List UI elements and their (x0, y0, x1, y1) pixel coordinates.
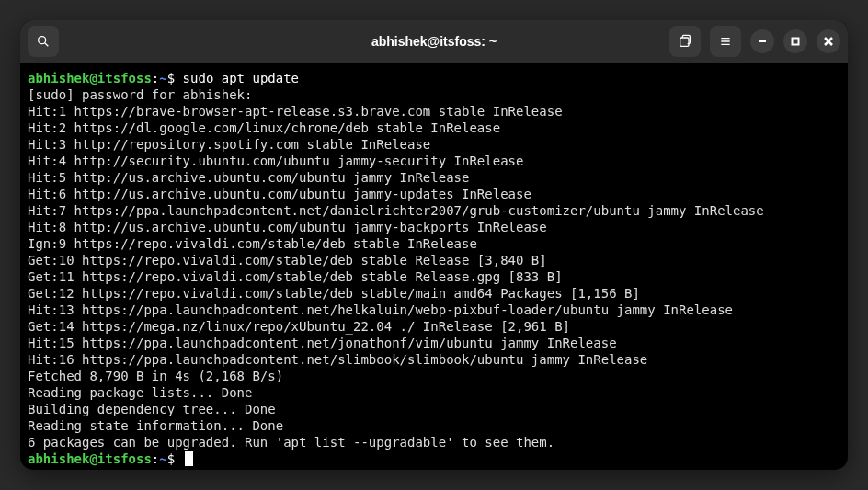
prompt-dollar: $ (167, 451, 175, 466)
output-line: Ign:9 https://repo.vivaldi.com/stable/de… (28, 235, 840, 252)
prompt-line-2: abhishek@itsfoss:~$ (28, 450, 840, 467)
maximize-button[interactable] (783, 29, 807, 53)
output-line: Hit:2 https://dl.google.com/linux/chrome… (28, 120, 840, 136)
prompt-line: abhishek@itsfoss:~$ sudo apt update (28, 70, 840, 86)
output-line: Hit:5 http://us.archive.ubuntu.com/ubunt… (28, 169, 840, 186)
prompt-user-host: abhishek@itsfoss (28, 71, 152, 85)
output-line: Hit:16 https://ppa.launchpadcontent.net/… (28, 351, 840, 368)
output-line: Hit:7 https://ppa.launchpadcontent.net/d… (28, 202, 840, 219)
prompt-user-host: abhishek@itsfoss (28, 451, 152, 466)
window-controls (669, 26, 840, 57)
command-text: sudo apt update (183, 71, 299, 85)
output-line: Hit:8 http://us.archive.ubuntu.com/ubunt… (28, 219, 840, 235)
output-line: Get:12 https://repo.vivaldi.com/stable/d… (28, 285, 840, 302)
minimize-button[interactable] (750, 29, 774, 53)
svg-rect-7 (793, 39, 799, 45)
menu-button[interactable] (710, 26, 741, 57)
output-line: [sudo] password for abhishek: (28, 86, 840, 103)
output-line: Get:14 https://mega.nz/linux/repo/xUbunt… (28, 318, 840, 335)
svg-rect-2 (680, 38, 689, 46)
output-line: 6 packages can be upgraded. Run 'apt lis… (28, 434, 840, 450)
svg-line-1 (45, 43, 49, 47)
output-line: Reading package lists... Done (28, 384, 840, 401)
output-line: Get:10 https://repo.vivaldi.com/stable/d… (28, 252, 840, 268)
output-line: Hit:6 http://us.archive.ubuntu.com/ubunt… (28, 186, 840, 202)
prompt-path: ~ (159, 451, 166, 466)
output-line: Hit:15 https://ppa.launchpadcontent.net/… (28, 335, 840, 351)
new-tab-button[interactable] (669, 26, 701, 57)
output-line: Hit:4 http://security.ubuntu.com/ubuntu … (28, 153, 840, 169)
search-button[interactable] (28, 26, 59, 57)
cursor (185, 451, 193, 466)
output-line: Fetched 8,790 B in 4s (2,168 B/s) (28, 368, 840, 384)
prompt-dollar: $ (167, 71, 175, 85)
svg-point-0 (39, 37, 46, 44)
titlebar: abhishek@itsfoss: ~ (20, 20, 848, 63)
output-lines: [sudo] password for abhishek:Hit:1 https… (28, 86, 840, 450)
close-button[interactable] (817, 29, 840, 53)
output-line: Building dependency tree... Done (28, 401, 840, 417)
output-line: Get:11 https://repo.vivaldi.com/stable/d… (28, 268, 840, 285)
output-line: Hit:13 https://ppa.launchpadcontent.net/… (28, 302, 840, 318)
terminal-content[interactable]: abhishek@itsfoss:~$ sudo apt update [sud… (20, 63, 848, 470)
prompt-path: ~ (159, 71, 166, 85)
output-line: Reading state information... Done (28, 417, 840, 434)
output-line: Hit:1 https://brave-browser-apt-release.… (28, 103, 840, 120)
output-line: Hit:3 http://repository.spotify.com stab… (28, 136, 840, 153)
terminal-window: abhishek@itsfoss: ~ abhishek@itsfoss:~$ … (20, 20, 848, 470)
